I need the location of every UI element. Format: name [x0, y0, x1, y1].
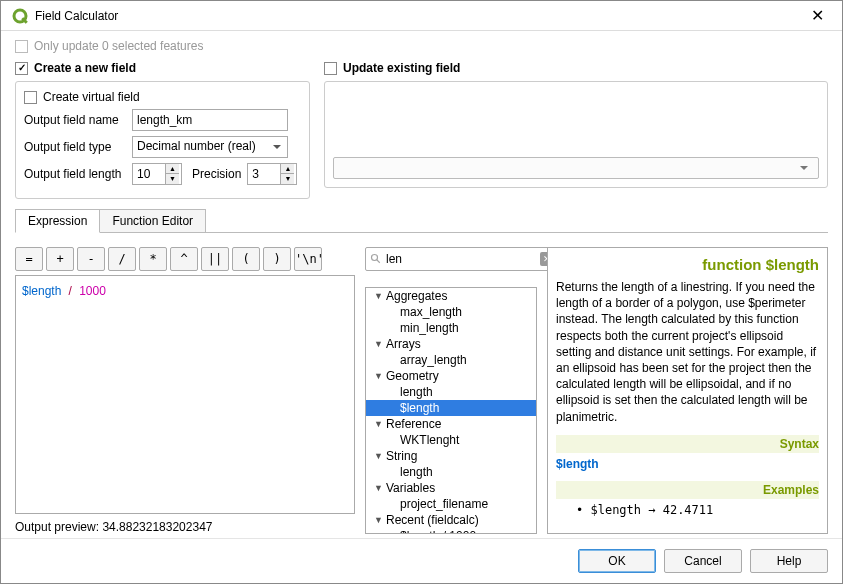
- tree-item[interactable]: WKTlenght: [366, 432, 536, 448]
- tree-item[interactable]: max_length: [366, 304, 536, 320]
- virtual-field-checkbox[interactable]: [24, 91, 37, 104]
- precision-label: Precision: [192, 167, 241, 181]
- tree-item[interactable]: length: [366, 384, 536, 400]
- svg-point-1: [372, 255, 378, 261]
- chevron-down-icon[interactable]: ▼: [165, 174, 179, 184]
- help-panel: function $length Returns the length of a…: [547, 247, 828, 534]
- tree-group[interactable]: ▼Aggregates: [366, 288, 536, 304]
- virtual-field-label: Create virtual field: [43, 90, 140, 104]
- chevron-down-icon[interactable]: ▼: [280, 174, 294, 184]
- tree-item[interactable]: $length: [366, 400, 536, 416]
- operator-button[interactable]: ^: [170, 247, 198, 271]
- only-update-label: Only update 0 selected features: [34, 39, 203, 53]
- output-type-select[interactable]: Decimal number (real): [132, 136, 288, 158]
- operator-button[interactable]: ): [263, 247, 291, 271]
- ok-button[interactable]: OK: [578, 549, 656, 573]
- tree-item[interactable]: project_filename: [366, 496, 536, 512]
- app-icon: [11, 7, 29, 25]
- output-name-input[interactable]: [132, 109, 288, 131]
- update-field-header: Update existing field: [343, 61, 460, 75]
- tree-group[interactable]: ▼Geometry: [366, 368, 536, 384]
- chevron-up-icon[interactable]: ▲: [165, 164, 179, 174]
- tree-item[interactable]: length: [366, 464, 536, 480]
- operator-button[interactable]: *: [139, 247, 167, 271]
- only-update-checkbox: [15, 40, 28, 53]
- operator-button[interactable]: '\n': [294, 247, 322, 271]
- chevron-up-icon[interactable]: ▲: [280, 164, 294, 174]
- operator-button[interactable]: (: [232, 247, 260, 271]
- tab-expression[interactable]: Expression: [15, 209, 100, 233]
- output-length-label: Output field length: [24, 167, 126, 181]
- tab-function-editor[interactable]: Function Editor: [99, 209, 206, 233]
- operator-button[interactable]: -: [77, 247, 105, 271]
- help-examples-label: Examples: [556, 481, 819, 499]
- operator-button[interactable]: ||: [201, 247, 229, 271]
- update-field-select[interactable]: [333, 157, 819, 179]
- output-type-label: Output field type: [24, 140, 126, 154]
- output-name-label: Output field name: [24, 113, 126, 127]
- operator-button[interactable]: +: [46, 247, 74, 271]
- operator-button[interactable]: =: [15, 247, 43, 271]
- tree-group[interactable]: ▼Recent (fieldcalc): [366, 512, 536, 528]
- search-input[interactable]: [386, 252, 536, 266]
- update-field-section: Update existing field: [324, 61, 828, 199]
- create-field-section: Create a new field Create virtual field …: [15, 61, 310, 199]
- cancel-button[interactable]: Cancel: [664, 549, 742, 573]
- help-syntax: $length: [556, 457, 819, 471]
- function-tree[interactable]: ▼Aggregatesmax_lengthmin_length▼Arraysar…: [365, 287, 537, 534]
- create-field-checkbox[interactable]: [15, 62, 28, 75]
- tree-item[interactable]: array_length: [366, 352, 536, 368]
- output-preview: Output preview: 34.88232183202347: [15, 520, 355, 534]
- tree-item[interactable]: $length / 1000: [366, 528, 536, 534]
- tree-group[interactable]: ▼String: [366, 448, 536, 464]
- close-icon[interactable]: ✕: [803, 6, 832, 25]
- help-title: function $length: [556, 256, 819, 273]
- update-field-checkbox[interactable]: [324, 62, 337, 75]
- help-description: Returns the length of a linestring. If y…: [556, 279, 819, 425]
- search-icon: [370, 253, 382, 265]
- tree-group[interactable]: ▼Arrays: [366, 336, 536, 352]
- help-button[interactable]: Help: [750, 549, 828, 573]
- output-length-stepper[interactable]: ▲▼: [132, 163, 182, 185]
- help-syntax-label: Syntax: [556, 435, 819, 453]
- help-example: $length → 42.4711: [556, 503, 819, 517]
- tree-item[interactable]: min_length: [366, 320, 536, 336]
- precision-stepper[interactable]: ▲▼: [247, 163, 297, 185]
- expression-editor[interactable]: $length / 1000: [15, 275, 355, 514]
- tree-group[interactable]: ▼Reference: [366, 416, 536, 432]
- create-field-header: Create a new field: [34, 61, 136, 75]
- operator-button[interactable]: /: [108, 247, 136, 271]
- tree-group[interactable]: ▼Variables: [366, 480, 536, 496]
- only-update-row: Only update 0 selected features: [15, 39, 828, 53]
- window-title: Field Calculator: [35, 9, 803, 23]
